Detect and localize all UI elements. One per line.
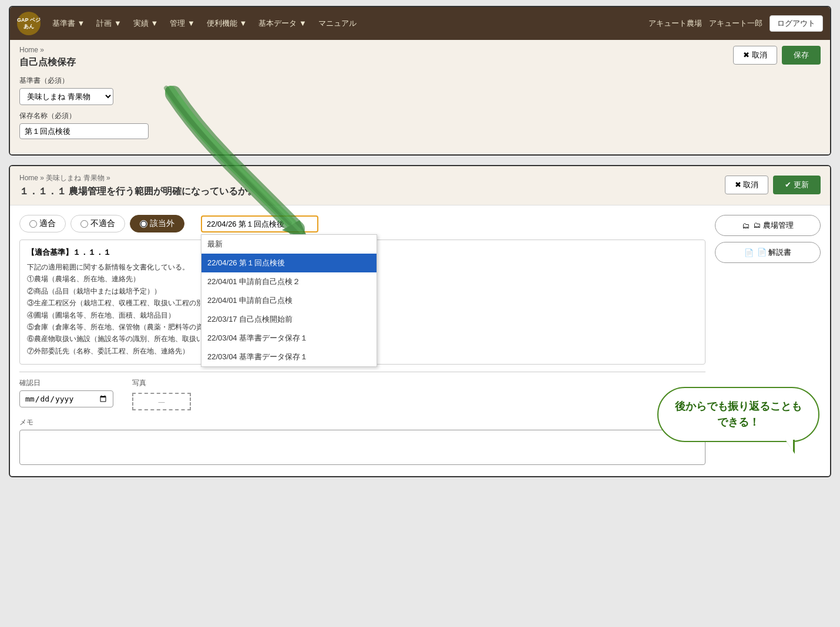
nav-kanri[interactable]: 管理 ▼ <box>165 16 199 31</box>
top-breadcrumb: Home » <box>19 46 821 54</box>
bottom-breadcrumb: Home » 美味しまね 青果物 » <box>19 173 821 183</box>
top-action-area: ✖ 取消 保存 <box>733 46 821 65</box>
dropdown-item-20220304b[interactable]: 22/03/04 基準書データ保存１ <box>201 348 377 366</box>
bottom-panel: Home » 美味しまね 青果物 » １．１．１ 農場管理を行う範囲が明確になっ… <box>9 165 831 477</box>
dropdown-item-20220304a[interactable]: 22/03/04 基準書データ保存１ <box>201 329 377 348</box>
logout-button[interactable]: ログアウト <box>770 15 823 32</box>
photo-group: 写真 — <box>132 378 191 410</box>
memo-group: メモ <box>19 417 705 467</box>
bottom-update-button[interactable]: ✔ 更新 <box>773 176 821 194</box>
memo-textarea[interactable] <box>19 430 705 465</box>
speech-bubble: 後からでも振り返ることもできる！ <box>657 387 819 442</box>
farm-management-icon: 🗂 <box>742 221 750 230</box>
nav-jisseki[interactable]: 実績 ▼ <box>129 16 163 31</box>
dropdown-item-20220401a[interactable]: 22/04/01 申請前自己点検 <box>201 291 377 310</box>
version-dropdown-wrapper: 最新 22/04/26 第１回点検後 22/04/01 申請前自己点検２ 22/… <box>201 215 318 232</box>
radio-futekigo[interactable]: 不適合 <box>70 215 125 232</box>
nav-benri[interactable]: 便利機能 ▼ <box>202 16 251 31</box>
nav-kihon[interactable]: 基本データ ▼ <box>254 16 311 31</box>
top-cancel-button[interactable]: ✖ 取消 <box>733 46 777 65</box>
explanation-icon: 📄 <box>744 248 754 257</box>
kijunsha-label: 基準書（必須） <box>19 76 821 86</box>
kijunsha-select[interactable]: 美味しまね 青果物 <box>19 88 113 105</box>
logo: GAP ベジあん <box>17 12 41 35</box>
top-save-button[interactable]: 保存 <box>782 46 821 65</box>
bottom-cancel-button[interactable]: ✖ 取消 <box>725 176 769 194</box>
farm-management-button[interactable]: 🗂 🗂 農場管理 <box>715 215 821 236</box>
date-group: 確認日 <box>19 378 113 410</box>
nav-items: 基準書 ▼ 計画 ▼ 実績 ▼ 管理 ▼ 便利機能 ▼ 基本データ ▼ マニュア… <box>48 16 649 31</box>
explanation-button[interactable]: 📄 📄 解説書 <box>715 242 821 263</box>
user-name: アキュート一郎 <box>709 18 762 29</box>
dropdown-item-20220317[interactable]: 22/03/17 自己点検開始前 <box>201 310 377 329</box>
radio-gaitogai[interactable]: 該当外 <box>130 215 184 232</box>
main-area: 適合 不適合 該当外 最新 22/04/26 第１回点検後 <box>19 215 705 467</box>
version-dropdown-list: 最新 22/04/26 第１回点検後 22/04/01 申請前自己点検２ 22/… <box>201 234 377 367</box>
farm-name: アキュート農場 <box>649 18 702 29</box>
farm-management-label: 🗂 農場管理 <box>753 220 794 231</box>
date-label: 確認日 <box>19 378 113 388</box>
bottom-action-area: ✖ 取消 ✔ 更新 <box>725 176 821 194</box>
nav-right: アキュート農場 アキュート一郎 ログアウト <box>649 15 823 32</box>
date-photo-row: 確認日 写真 — <box>19 378 705 410</box>
hozon-label: 保存名称（必須） <box>19 111 821 121</box>
bottom-page-title: １．１．１ 農場管理を行う範囲が明確になっているか。 <box>19 186 821 198</box>
radio-dropdown-row: 適合 不適合 該当外 最新 22/04/26 第１回点検後 <box>19 215 705 232</box>
top-form-area: Home » 自己点検保存 ✖ 取消 保存 基準書（必須） 美味しまね 青果物 … <box>10 40 830 154</box>
photo-label: 写真 <box>132 378 191 388</box>
photo-upload-area[interactable]: — <box>132 393 191 410</box>
top-page-title: 自己点検保存 <box>19 56 821 69</box>
dropdown-item-20220426[interactable]: 22/04/26 第１回点検後 <box>201 254 377 272</box>
version-select[interactable]: 最新 22/04/26 第１回点検後 22/04/01 申請前自己点検２ 22/… <box>201 215 318 232</box>
speech-bubble-wrapper: 後からでも振り返ることもできる！ <box>657 387 819 442</box>
radio-tekigo[interactable]: 適合 <box>19 215 66 232</box>
nav-keikaku[interactable]: 計画 ▼ <box>92 16 126 31</box>
dropdown-item-latest[interactable]: 最新 <box>201 235 377 254</box>
nav-manual[interactable]: マニュアル <box>314 16 361 31</box>
dropdown-item-20220401b[interactable]: 22/04/01 申請前自己点検２ <box>201 272 377 291</box>
kijunsha-group: 基準書（必須） 美味しまね 青果物 <box>19 76 821 105</box>
date-input[interactable] <box>19 390 113 407</box>
navigation-bar: GAP ベジあん 基準書 ▼ 計画 ▼ 実績 ▼ 管理 ▼ 便利機能 ▼ 基本デ… <box>10 7 830 40</box>
hozon-group: 保存名称（必須） <box>19 111 821 139</box>
nav-kijunsha[interactable]: 基準書 ▼ <box>48 16 89 31</box>
memo-label: メモ <box>19 417 705 427</box>
hozon-input[interactable] <box>19 123 149 139</box>
explanation-label: 📄 解説書 <box>757 247 792 258</box>
